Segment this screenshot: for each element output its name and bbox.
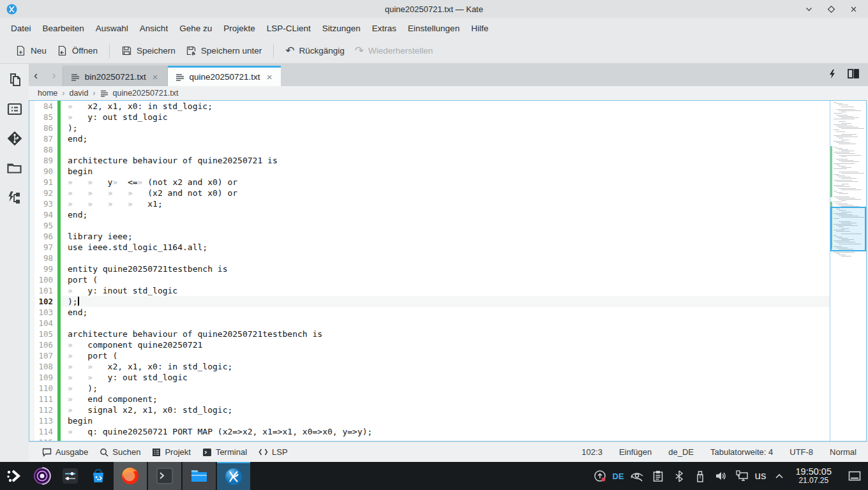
bookmark-margin[interactable] [29,231,34,242]
menu-item-projekte[interactable]: Projekte [218,21,261,36]
menu-item-einstellungen[interactable]: Einstellungen [402,21,465,36]
bookmark-margin[interactable] [29,318,34,329]
git-sidebar-button[interactable] [5,129,24,148]
bookmark-margin[interactable] [29,144,34,155]
menu-item-auswahl[interactable]: Auswahl [90,21,134,36]
bookmark-margin[interactable] [29,177,34,188]
code-line-95[interactable]: 95 [29,220,830,231]
bookmark-margin[interactable] [29,339,34,350]
bookmark-margin[interactable] [29,242,34,253]
menu-item-extras[interactable]: Extras [366,21,402,36]
minimize-button[interactable] [805,5,813,13]
bookmark-margin[interactable] [29,133,34,144]
bookmark-margin[interactable] [29,188,34,198]
minimap-scrollbar[interactable] [830,101,866,441]
history-forward-button[interactable]: › [49,69,58,81]
code-line-89[interactable]: 89architecture behaviour of quine2025072… [29,155,830,166]
insert-mode[interactable]: Einfügen [619,447,652,457]
bluetooth-tray-icon[interactable] [671,470,687,482]
code-line-109[interactable]: 109» » y: out std_logic [29,372,830,383]
tab-width[interactable]: Tabulatorweite: 4 [710,447,773,457]
tor-browser-button[interactable] [28,462,56,490]
tray-expand-button[interactable] [771,473,788,479]
symbols-sidebar-button[interactable] [5,100,24,119]
save-button[interactable]: Speichern [116,42,181,59]
menu-item-sitzungen[interactable]: Sitzungen [317,21,366,36]
project-toggle-button[interactable]: Projekt [146,445,196,459]
bookmark-margin[interactable] [29,264,34,274]
code-line-86[interactable]: 86); [29,122,830,133]
code-line-110[interactable]: 110» ); [29,383,830,394]
search-toggle-button[interactable]: Suchen [94,445,146,459]
bookmark-margin[interactable] [29,166,34,177]
taskbar-konsole-button[interactable] [148,462,181,490]
bookmark-margin[interactable] [29,198,34,209]
code-line-104[interactable]: 104 [29,318,830,329]
bookmark-margin[interactable] [29,437,34,441]
breadcrumb-home[interactable]: home [38,89,57,98]
app-launcher-button[interactable] [0,462,28,490]
new-button[interactable]: Neu [10,42,52,59]
menu-item-gehe-zu[interactable]: Gehe zu [174,21,218,36]
code-area[interactable]: 84» x2, x1, x0: in std_logic;85» y: out … [29,101,830,441]
clipboard-tray-icon[interactable] [650,470,666,482]
system-settings-button[interactable] [56,462,84,490]
cursor-position[interactable]: 102:3 [581,447,602,457]
breadcrumb-david[interactable]: david [69,89,88,98]
code-line-98[interactable]: 98 [29,253,830,264]
bookmark-margin[interactable] [29,361,34,372]
volume-tray-icon[interactable] [713,470,730,482]
code-line-113[interactable]: 113begin [29,415,830,426]
bookmark-margin[interactable] [29,155,34,166]
breadcrumb-file[interactable]: quine20250721.txt [113,89,179,98]
discover-button[interactable] [84,462,112,490]
code-line-93[interactable]: 93» » » » x1; [29,198,830,209]
bookmark-margin[interactable] [29,122,34,133]
bookmark-margin[interactable] [29,426,34,437]
code-line-114[interactable]: 114» q: quine20250721 PORT MAP (x2=>x2, … [29,426,830,437]
close-button[interactable] [849,5,858,13]
bookmark-margin[interactable] [29,307,34,318]
code-line-84[interactable]: 84» x2, x1, x0: in std_logic; [29,101,830,112]
bookmark-margin[interactable] [29,220,34,231]
code-line-107[interactable]: 107» port ( [29,350,830,361]
code-line-102[interactable]: 102); [29,296,830,307]
code-line-108[interactable]: 108» » x2, x1, x0: in std_logic; [29,361,830,372]
bookmark-margin[interactable] [29,350,34,361]
code-line-94[interactable]: 94end; [29,209,830,220]
bookmark-margin[interactable] [29,285,34,296]
taskbar-dolphin-button[interactable] [183,462,216,490]
code-line-112[interactable]: 112» signal x2, x1, x0: std_logic; [29,405,830,415]
minimap-viewport-handle[interactable] [830,207,866,251]
bookmark-margin[interactable] [29,415,34,426]
code-line-115[interactable]: 115 [29,437,830,441]
lsp-toggle-button[interactable]: LSP [253,445,294,459]
bookmark-margin[interactable] [29,274,34,285]
code-line-99[interactable]: 99entity quine20250721testbench is [29,264,830,274]
undo-button[interactable]: ↶ Rückgängig [280,42,350,59]
bookmark-margin[interactable] [29,101,34,112]
output-toggle-button[interactable]: Ausgabe [36,445,94,459]
taskbar-firefox-button[interactable] [114,462,147,490]
maximize-button[interactable] [827,5,835,13]
network-tray-icon[interactable] [734,470,751,482]
usb-device-tray-icon[interactable] [692,470,708,482]
split-view-button[interactable] [848,69,859,81]
show-desktop-button[interactable] [846,471,863,481]
bookmark-margin[interactable] [29,329,34,339]
quick-open-button[interactable] [828,69,836,82]
lsp-symbols-sidebar-button[interactable] [5,188,24,207]
keyboard-layout-us[interactable]: us [755,470,767,482]
bookmark-margin[interactable] [29,296,34,307]
history-back-button[interactable]: ‹ [31,69,40,81]
code-line-103[interactable]: 103end; [29,307,830,318]
eye-tray-icon[interactable] [629,470,645,482]
tab-close-icon[interactable]: × [151,71,160,82]
code-line-111[interactable]: 111» end component; [29,394,830,405]
bookmark-margin[interactable] [29,394,34,405]
code-line-87[interactable]: 87end; [29,133,830,144]
tab-close-icon[interactable]: × [266,71,274,82]
bookmark-margin[interactable] [29,209,34,220]
tab-bin20250721[interactable]: bin20250721.txt × [63,66,168,86]
terminal-toggle-button[interactable]: Terminal [197,445,253,459]
